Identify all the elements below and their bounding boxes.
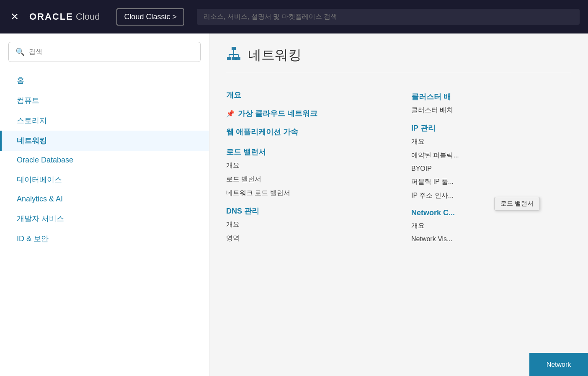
content-area: 네트워킹 개요 📌 가상 클라우드 네트워크 웹 애플리케이션 가속 로드 밸런… [209,33,588,376]
sidebar-item-compute[interactable]: 컴퓨트 [0,90,209,111]
lb-overview-link[interactable]: 개요 [226,159,386,173]
cloud-text: Cloud [76,11,100,22]
network-c-overview-link[interactable]: 개요 [411,219,571,233]
ip-address-recognition-link[interactable]: IP 주소 인사... [411,189,571,203]
svg-rect-2 [232,57,236,60]
nlb-link[interactable]: 네트워크 로드 밸런서 [226,186,386,200]
sidebar-item-developer[interactable]: 개발자 서비스 [0,209,209,229]
sidebar-item-oracle-db[interactable]: Oracle Database [0,151,209,170]
byoip-link[interactable]: BYOIP [411,162,571,175]
ip-overview-link[interactable]: 개요 [411,135,571,149]
header: ✕ ORACLE Cloud Cloud Classic > [0,0,588,33]
load-balancer-tooltip: 로드 밸런서 [494,197,540,211]
ip-management-heading: IP 관리 [411,117,571,135]
load-balancer-heading: 로드 밸런서 [226,141,386,159]
svg-rect-0 [232,47,236,50]
network-c-heading: Network C... [411,203,571,219]
svg-rect-1 [227,57,231,60]
global-search-input[interactable] [197,9,580,25]
close-button[interactable]: ✕ [8,9,21,25]
sidebar-item-database[interactable]: 데이터베이스 [0,170,209,190]
dns-overview-link[interactable]: 개요 [226,218,386,232]
networking-icon [226,46,241,64]
content-grid: 개요 📌 가상 클라우드 네트워크 웹 애플리케이션 가속 로드 밸런서 개요 … [226,86,571,245]
oracle-logo: ORACLE Cloud [29,11,100,22]
oracle-text: ORACLE [29,11,73,22]
main-layout: 🔍 홈 컴퓨트 스토리지 네트워킹 Oracle Database 데이터베이스… [0,33,588,376]
sidebar-search-input[interactable] [29,48,193,56]
content-header: 네트워킹 [226,46,571,73]
dns-zone-link[interactable]: 영역 [226,232,386,245]
web-acceleration-link[interactable]: 웹 애플리케이션 가속 [226,123,386,141]
cloud-classic-button[interactable]: Cloud Classic > [116,8,184,26]
cluster-sub-link[interactable]: 클러스터 배치 [411,103,571,117]
public-ip-pool-link[interactable]: 퍼블릭 IP 풀... [411,175,571,189]
sidebar-item-identity[interactable]: ID & 보안 [0,229,209,249]
sidebar: 🔍 홈 컴퓨트 스토리지 네트워킹 Oracle Database 데이터베이스… [0,33,209,376]
right-column: 클러스터 배 클러스터 배치 IP 관리 개요 예약된 퍼블릭... BYOIP… [411,86,571,245]
lb-main-link[interactable]: 로드 밸런서 [226,173,386,186]
page-title: 네트워킹 [248,46,302,64]
sidebar-item-analytics[interactable]: Analytics & AI [0,190,209,209]
network-vis-link[interactable]: Network Vis... [411,233,571,245]
left-column: 개요 📌 가상 클라우드 네트워크 웹 애플리케이션 가속 로드 밸런서 개요 … [226,86,386,245]
pin-icon: 📌 [226,110,235,118]
network-bottom-bar[interactable]: Network [529,353,588,376]
sidebar-item-home[interactable]: 홈 [0,70,209,90]
cluster-heading: 클러스터 배 [411,86,571,103]
svg-rect-3 [236,57,240,60]
reserved-public-link[interactable]: 예약된 퍼블릭... [411,149,571,162]
sidebar-item-networking[interactable]: 네트워킹 [0,131,209,151]
overview-link[interactable]: 개요 [226,86,386,104]
sidebar-item-storage[interactable]: 스토리지 [0,111,209,131]
dns-heading: DNS 관리 [226,200,386,218]
vcn-link[interactable]: 📌 가상 클라우드 네트워크 [226,104,386,123]
search-icon: 🔍 [15,47,25,57]
sidebar-search-container[interactable]: 🔍 [8,42,201,62]
